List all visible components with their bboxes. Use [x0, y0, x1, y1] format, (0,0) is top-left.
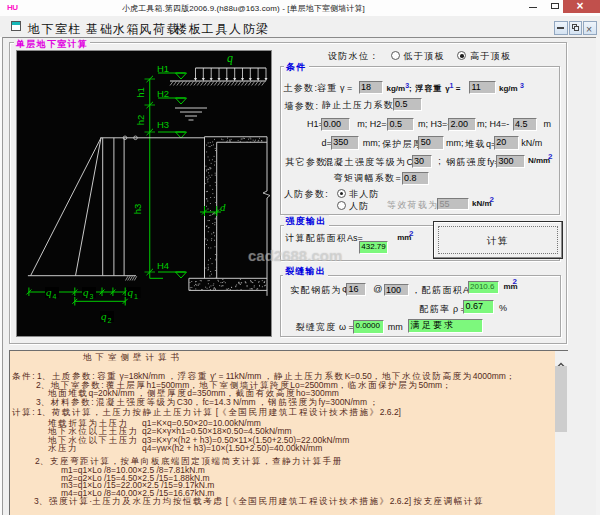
svg-text:d: d: [220, 201, 226, 213]
svg-text:h2: h2: [135, 115, 146, 126]
svg-text:h3: h3: [132, 204, 143, 215]
svg-text:q: q: [128, 286, 134, 298]
svg-text:H1: H1: [157, 63, 169, 74]
svg-text:H2: H2: [157, 88, 169, 99]
svg-text:3: 3: [90, 293, 94, 300]
svg-text:1: 1: [134, 293, 138, 300]
svg-text:H4: H4: [157, 260, 169, 271]
svg-text:h1: h1: [135, 87, 146, 98]
svg-text:2: 2: [108, 317, 112, 324]
svg-text:4: 4: [53, 293, 57, 300]
svg-text:H3: H3: [157, 119, 169, 130]
svg-text:q: q: [46, 286, 52, 298]
svg-text:q: q: [101, 310, 107, 322]
svg-text:q: q: [83, 286, 89, 298]
svg-text:q: q: [227, 51, 233, 65]
